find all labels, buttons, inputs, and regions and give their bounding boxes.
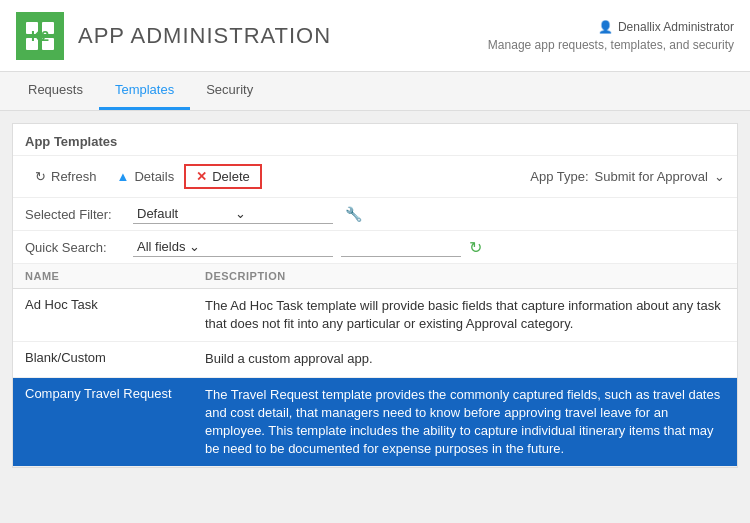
filter-label: Selected Filter: xyxy=(25,207,125,222)
row-name: Ad Hoc Task xyxy=(25,297,205,333)
app-templates-panel: App Templates Refresh Details Delete App… xyxy=(12,123,738,468)
app-type-chevron-icon: ⌄ xyxy=(714,169,725,184)
search-input[interactable] xyxy=(341,237,461,257)
app-type-value: Submit for Approval xyxy=(595,169,708,184)
main-content: App Templates Refresh Details Delete App… xyxy=(0,111,750,480)
table-row[interactable]: Blank/Custom Build a custom approval app… xyxy=(13,342,737,377)
table-row-selected[interactable]: Company Travel Request The Travel Reques… xyxy=(13,378,737,468)
filter-chevron-icon: ⌄ xyxy=(235,206,329,221)
header-description: Manage app requests, templates, and secu… xyxy=(488,38,734,52)
delete-icon xyxy=(196,169,207,184)
header-user: 👤 Denallix Administrator xyxy=(488,20,734,34)
col-name-header: NAME xyxy=(25,270,205,282)
search-row: Quick Search: All fields ⌄ ↻ xyxy=(13,231,737,264)
row-name: Blank/Custom xyxy=(25,350,205,368)
tab-templates[interactable]: Templates xyxy=(99,72,190,110)
details-button[interactable]: Details xyxy=(107,164,185,189)
filter-settings-icon[interactable]: 🔧 xyxy=(345,206,362,222)
refresh-button[interactable]: Refresh xyxy=(25,164,107,189)
app-header: K2 APP ADMINISTRATION 👤 Denallix Adminis… xyxy=(0,0,750,72)
app-type-label: App Type: xyxy=(530,169,588,184)
row-description: The Travel Request template provides the… xyxy=(205,386,725,459)
table-row[interactable]: Ad Hoc Task The Ad Hoc Task template wil… xyxy=(13,289,737,342)
tab-security[interactable]: Security xyxy=(190,72,269,110)
search-chevron-icon: ⌄ xyxy=(189,239,200,254)
tab-requests[interactable]: Requests xyxy=(12,72,99,110)
panel-title: App Templates xyxy=(13,124,737,156)
header-right: 👤 Denallix Administrator Manage app requ… xyxy=(488,20,734,52)
refresh-icon xyxy=(35,169,46,184)
toolbar: Refresh Details Delete App Type: Submit … xyxy=(13,156,737,198)
delete-button[interactable]: Delete xyxy=(184,164,262,189)
user-icon: 👤 xyxy=(598,20,613,34)
col-desc-header: DESCRIPTION xyxy=(205,270,725,282)
filter-row: Selected Filter: Default ⌄ 🔧 xyxy=(13,198,737,231)
row-description: The Ad Hoc Task template will provide ba… xyxy=(205,297,725,333)
row-description: Build a custom approval app. xyxy=(205,350,725,368)
app-title: APP ADMINISTRATION xyxy=(78,23,331,49)
app-type-selector[interactable]: App Type: Submit for Approval ⌄ xyxy=(530,169,725,184)
search-label: Quick Search: xyxy=(25,240,125,255)
filter-select[interactable]: Default ⌄ xyxy=(133,204,333,224)
search-refresh-icon[interactable]: ↻ xyxy=(469,238,482,257)
search-field-select[interactable]: All fields ⌄ xyxy=(133,237,333,257)
details-icon xyxy=(117,169,130,184)
nav-tabs: Requests Templates Security xyxy=(0,72,750,111)
row-name: Company Travel Request xyxy=(25,386,205,459)
app-logo: K2 xyxy=(16,12,64,60)
svg-text:K2: K2 xyxy=(31,28,49,44)
table-header: NAME DESCRIPTION xyxy=(13,264,737,289)
